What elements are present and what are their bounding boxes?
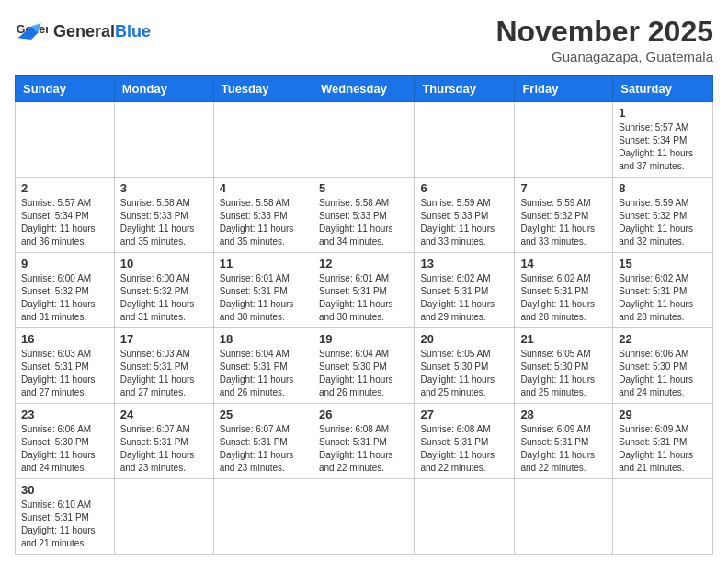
calendar-cell: 3Sunrise: 5:58 AM Sunset: 5:33 PM Daylig… [114,178,213,253]
logo-text: GeneralBlue [53,22,151,40]
calendar-cell: 15Sunrise: 6:02 AM Sunset: 5:31 PM Dayli… [613,253,713,328]
calendar-week-6: 30Sunrise: 6:10 AM Sunset: 5:31 PM Dayli… [16,479,713,555]
day-info: Sunrise: 5:59 AM Sunset: 5:33 PM Dayligh… [420,197,508,248]
page-header: General GeneralBlue November 2025 Guanag… [15,15,713,64]
calendar-cell: 17Sunrise: 6:03 AM Sunset: 5:31 PM Dayli… [114,328,213,404]
day-info: Sunrise: 6:07 AM Sunset: 5:31 PM Dayligh… [120,423,208,475]
calendar-cell [16,102,115,178]
calendar-week-4: 16Sunrise: 6:03 AM Sunset: 5:31 PM Dayli… [16,328,713,404]
day-info: Sunrise: 6:04 AM Sunset: 5:31 PM Dayligh… [220,348,307,399]
day-number: 8 [619,181,707,195]
weekday-header-thursday: Thursday [415,76,515,102]
calendar-cell: 26Sunrise: 6:08 AM Sunset: 5:31 PM Dayli… [313,404,414,479]
logo: General GeneralBlue [15,15,151,48]
day-number: 17 [120,332,208,346]
day-info: Sunrise: 6:03 AM Sunset: 5:31 PM Dayligh… [120,348,208,399]
day-number: 30 [21,483,108,497]
calendar-cell: 13Sunrise: 6:02 AM Sunset: 5:31 PM Dayli… [415,253,515,328]
day-info: Sunrise: 5:59 AM Sunset: 5:32 PM Dayligh… [619,197,707,248]
day-info: Sunrise: 6:02 AM Sunset: 5:31 PM Dayligh… [619,272,707,324]
day-number: 24 [120,408,208,421]
day-info: Sunrise: 6:06 AM Sunset: 5:30 PM Dayligh… [21,423,108,475]
calendar-cell: 11Sunrise: 6:01 AM Sunset: 5:31 PM Dayli… [213,253,313,328]
day-number: 4 [220,181,307,195]
day-number: 11 [220,257,307,270]
day-number: 1 [619,106,707,120]
weekday-header-tuesday: Tuesday [213,76,313,102]
day-number: 15 [619,257,707,270]
day-number: 2 [21,181,108,195]
day-number: 13 [420,257,508,270]
day-number: 23 [21,408,108,421]
day-info: Sunrise: 6:08 AM Sunset: 5:31 PM Dayligh… [420,423,508,475]
calendar-week-5: 23Sunrise: 6:06 AM Sunset: 5:30 PM Dayli… [16,404,713,479]
calendar-cell [415,102,515,178]
day-number: 9 [21,257,108,270]
day-info: Sunrise: 6:02 AM Sunset: 5:31 PM Dayligh… [420,272,508,324]
day-info: Sunrise: 6:00 AM Sunset: 5:32 PM Dayligh… [21,272,108,324]
calendar-cell: 23Sunrise: 6:06 AM Sunset: 5:30 PM Dayli… [16,404,115,479]
calendar-cell: 21Sunrise: 6:05 AM Sunset: 5:30 PM Dayli… [515,328,613,404]
calendar-cell: 9Sunrise: 6:00 AM Sunset: 5:32 PM Daylig… [16,253,115,328]
calendar-cell: 10Sunrise: 6:00 AM Sunset: 5:32 PM Dayli… [114,253,213,328]
calendar-cell: 25Sunrise: 6:07 AM Sunset: 5:31 PM Dayli… [213,404,313,479]
day-info: Sunrise: 6:08 AM Sunset: 5:31 PM Dayligh… [319,423,408,475]
day-number: 12 [319,257,408,270]
day-number: 10 [120,257,208,270]
day-number: 21 [520,332,607,346]
day-info: Sunrise: 6:01 AM Sunset: 5:31 PM Dayligh… [319,272,408,324]
weekday-header-wednesday: Wednesday [313,76,414,102]
day-number: 25 [220,408,307,421]
day-info: Sunrise: 5:57 AM Sunset: 5:34 PM Dayligh… [21,197,108,248]
calendar-cell: 8Sunrise: 5:59 AM Sunset: 5:32 PM Daylig… [613,178,713,253]
day-info: Sunrise: 5:58 AM Sunset: 5:33 PM Dayligh… [220,197,307,248]
weekday-header-monday: Monday [114,76,213,102]
calendar-cell [515,102,613,178]
day-number: 19 [319,332,408,346]
calendar-cell: 24Sunrise: 6:07 AM Sunset: 5:31 PM Dayli… [114,404,213,479]
calendar-cell: 7Sunrise: 5:59 AM Sunset: 5:32 PM Daylig… [515,178,613,253]
day-info: Sunrise: 6:02 AM Sunset: 5:31 PM Dayligh… [520,272,607,324]
calendar-cell: 5Sunrise: 5:58 AM Sunset: 5:33 PM Daylig… [313,178,414,253]
calendar-cell [213,102,313,178]
title-block: November 2025 Guanagazapa, Guatemala [495,15,713,64]
calendar-week-2: 2Sunrise: 5:57 AM Sunset: 5:34 PM Daylig… [16,178,713,253]
day-info: Sunrise: 5:58 AM Sunset: 5:33 PM Dayligh… [319,197,408,248]
calendar-cell [114,102,213,178]
day-info: Sunrise: 6:03 AM Sunset: 5:31 PM Dayligh… [21,348,108,399]
day-info: Sunrise: 6:05 AM Sunset: 5:30 PM Dayligh… [420,348,508,399]
day-number: 22 [619,332,707,346]
day-number: 5 [319,181,408,195]
calendar-cell: 16Sunrise: 6:03 AM Sunset: 5:31 PM Dayli… [16,328,115,404]
weekday-header-friday: Friday [515,76,613,102]
calendar-cell: 30Sunrise: 6:10 AM Sunset: 5:31 PM Dayli… [16,479,115,555]
calendar-cell: 29Sunrise: 6:09 AM Sunset: 5:31 PM Dayli… [613,404,713,479]
day-info: Sunrise: 6:10 AM Sunset: 5:31 PM Dayligh… [21,499,108,550]
day-info: Sunrise: 6:09 AM Sunset: 5:31 PM Dayligh… [619,423,707,475]
calendar-cell [313,102,414,178]
day-info: Sunrise: 5:58 AM Sunset: 5:33 PM Dayligh… [120,197,208,248]
day-info: Sunrise: 6:05 AM Sunset: 5:30 PM Dayligh… [520,348,607,399]
calendar-cell: 12Sunrise: 6:01 AM Sunset: 5:31 PM Dayli… [313,253,414,328]
calendar-week-3: 9Sunrise: 6:00 AM Sunset: 5:32 PM Daylig… [16,253,713,328]
month-title: November 2025 [495,15,713,49]
day-info: Sunrise: 6:07 AM Sunset: 5:31 PM Dayligh… [220,423,307,475]
weekday-header-sunday: Sunday [16,76,115,102]
day-info: Sunrise: 6:01 AM Sunset: 5:31 PM Dayligh… [220,272,307,324]
calendar-cell: 28Sunrise: 6:09 AM Sunset: 5:31 PM Dayli… [515,404,613,479]
calendar-cell: 4Sunrise: 5:58 AM Sunset: 5:33 PM Daylig… [213,178,313,253]
calendar-cell: 19Sunrise: 6:04 AM Sunset: 5:30 PM Dayli… [313,328,414,404]
calendar-cell: 22Sunrise: 6:06 AM Sunset: 5:30 PM Dayli… [613,328,713,404]
calendar-cell: 20Sunrise: 6:05 AM Sunset: 5:30 PM Dayli… [415,328,515,404]
calendar-cell [313,479,414,555]
weekday-header-saturday: Saturday [613,76,713,102]
day-info: Sunrise: 6:09 AM Sunset: 5:31 PM Dayligh… [520,423,607,475]
logo-icon: General [15,15,48,48]
day-info: Sunrise: 6:06 AM Sunset: 5:30 PM Dayligh… [619,348,707,399]
day-number: 16 [21,332,108,346]
calendar-cell [213,479,313,555]
calendar-cell [415,479,515,555]
calendar-cell [114,479,213,555]
calendar-cell: 1Sunrise: 5:57 AM Sunset: 5:34 PM Daylig… [613,102,713,178]
calendar-cell: 2Sunrise: 5:57 AM Sunset: 5:34 PM Daylig… [16,178,115,253]
